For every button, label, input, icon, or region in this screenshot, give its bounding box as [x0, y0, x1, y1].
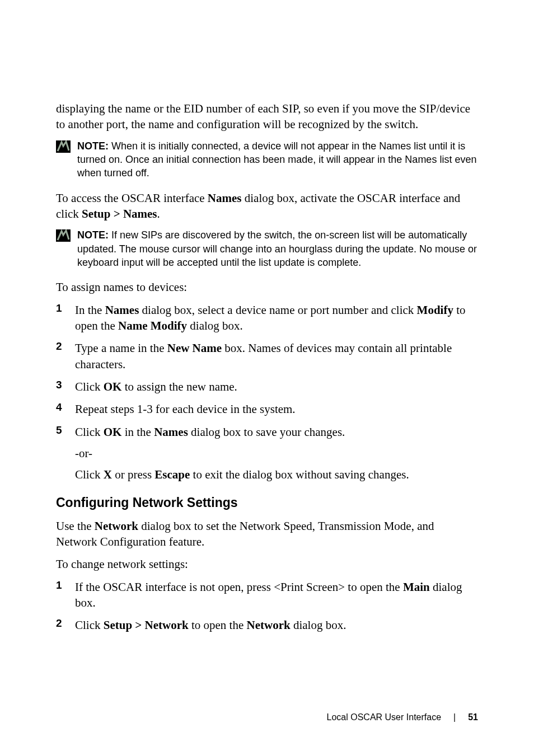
step-number: 3 — [56, 379, 75, 391]
note-block-2: NOTE: If new SIPs are discovered by the … — [56, 228, 478, 269]
step-body: Type a name in the New Name box. Names o… — [75, 340, 478, 372]
alt-text: Click X or press Escape to exit the dial… — [75, 467, 409, 482]
page-container: displaying the name or the EID number of… — [0, 0, 534, 756]
note-icon — [56, 229, 71, 242]
list-item: 1 If the OSCAR interface is not open, pr… — [56, 579, 478, 611]
footer-page-number: 51 — [468, 712, 478, 722]
steps-list-1: 1 In the Names dialog box, select a devi… — [56, 302, 478, 483]
step-number: 4 — [56, 401, 75, 414]
intro-paragraph: displaying the name or the EID number of… — [56, 101, 478, 133]
steps-list-2: 1 If the OSCAR interface is not open, pr… — [56, 579, 478, 633]
list-item: 2 Click Setup > Network to open the Netw… — [56, 617, 478, 633]
bold-text: X — [104, 468, 112, 481]
bold-text: Setup > Network — [104, 618, 189, 632]
list-item: 4 Repeat steps 1-3 for each device in th… — [56, 401, 478, 417]
bold-text: New Name — [167, 341, 222, 355]
note-label: NOTE: — [77, 229, 109, 241]
bold-text: Names — [154, 425, 188, 439]
list-item: 1 In the Names dialog box, select a devi… — [56, 302, 478, 334]
bold-text: Modify — [417, 303, 453, 317]
text-fragment: Click — [75, 468, 104, 481]
list-item: 3 Click OK to assign the new name. — [56, 379, 478, 395]
step-number: 1 — [56, 302, 75, 314]
bold-text: Main — [403, 580, 430, 594]
note-icon — [56, 140, 71, 153]
bold-text: Network — [247, 618, 291, 632]
text-fragment: If the OSCAR interface is not open, pres… — [75, 580, 403, 594]
bold-text: OK — [104, 380, 122, 393]
list-item: 2 Type a name in the New Name box. Names… — [56, 340, 478, 372]
step-body: If the OSCAR interface is not open, pres… — [75, 579, 478, 611]
or-text: -or- — [75, 445, 409, 461]
bold-text: Network — [95, 519, 138, 533]
step-number: 1 — [56, 579, 75, 591]
bold-text: Escape — [154, 468, 190, 481]
bold-text: Name Modify — [118, 319, 187, 332]
text-fragment: Use the — [56, 519, 95, 533]
footer-title: Local OSCAR User Interface — [327, 712, 442, 722]
note-body: When it is initially connected, a device… — [77, 140, 476, 179]
text-fragment: Click — [75, 425, 104, 439]
note-text-2: NOTE: If new SIPs are discovered by the … — [77, 228, 478, 269]
text-fragment: . — [157, 207, 160, 220]
text-fragment: To access the OSCAR interface — [56, 191, 208, 205]
text-fragment: Click — [75, 380, 104, 393]
network-paragraph: Use the Network dialog box to set the Ne… — [56, 518, 478, 550]
bold-text: Names — [105, 303, 139, 317]
bold-setup-names: Setup > Names — [82, 207, 157, 220]
text-fragment: in the — [121, 425, 154, 439]
text-fragment: Click — [75, 618, 104, 632]
text-fragment: or press — [112, 468, 154, 481]
note-body: If new SIPs are discovered by the switch… — [77, 229, 477, 268]
text-fragment: Type a name in the — [75, 341, 167, 355]
step-number: 5 — [56, 424, 75, 436]
step-body: Click OK in the Names dialog box to save… — [75, 424, 409, 483]
note-text-1: NOTE: When it is initially connected, a … — [77, 139, 478, 180]
page-footer: Local OSCAR User Interface | 51 — [327, 712, 478, 722]
text-fragment: dialog box, select a device name or port… — [139, 303, 416, 317]
access-paragraph: To access the OSCAR interface Names dial… — [56, 190, 478, 222]
text-fragment: dialog box. — [291, 618, 346, 632]
bold-text: OK — [104, 425, 122, 439]
text-fragment: dialog box. — [187, 319, 243, 332]
step-body: Click OK to assign the new name. — [75, 379, 237, 395]
note-label: NOTE: — [77, 140, 109, 152]
step-number: 2 — [56, 617, 75, 630]
text-fragment: to exit the dialog box without saving ch… — [190, 468, 409, 481]
step-number: 2 — [56, 340, 75, 353]
list-item: 5 Click OK in the Names dialog box to sa… — [56, 424, 478, 483]
text-fragment: to assign the new name. — [121, 380, 237, 393]
note-block-1: NOTE: When it is initially connected, a … — [56, 139, 478, 180]
text-fragment: dialog box to save your changes. — [188, 425, 345, 439]
text-fragment: In the — [75, 303, 105, 317]
step-body: In the Names dialog box, select a device… — [75, 302, 478, 334]
assign-paragraph: To assign names to devices: — [56, 279, 478, 295]
footer-separator: | — [453, 712, 456, 722]
bold-names: Names — [208, 191, 242, 205]
step-body: Click Setup > Network to open the Networ… — [75, 617, 346, 633]
change-paragraph: To change network settings: — [56, 556, 478, 572]
section-heading-network: Configuring Network Settings — [56, 495, 478, 510]
text-fragment: to open the — [189, 618, 247, 632]
step-body: Repeat steps 1-3 for each device in the … — [75, 401, 296, 417]
